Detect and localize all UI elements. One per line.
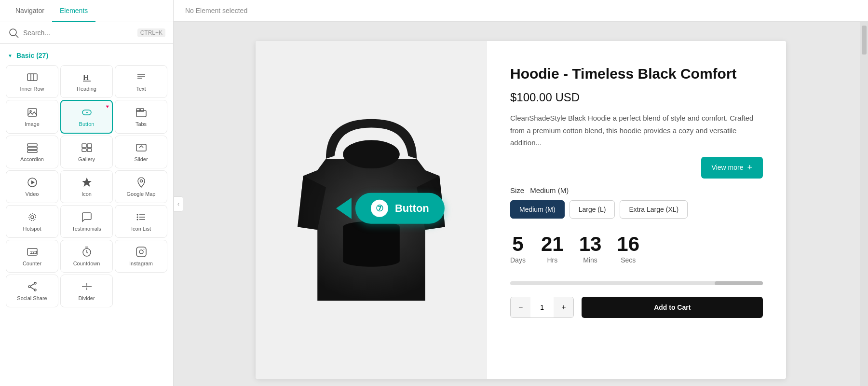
quantity-minus-button[interactable]: −: [511, 297, 530, 317]
size-large-button[interactable]: Large (L): [570, 200, 615, 219]
element-text[interactable]: Text: [115, 65, 167, 98]
quantity-stepper[interactable]: − 1 +: [510, 297, 574, 318]
testimonials-icon: [81, 211, 93, 223]
element-heading[interactable]: H Heading: [60, 65, 113, 98]
element-divider[interactable]: Divider: [60, 275, 113, 307]
element-counter-label: Counter: [23, 261, 41, 266]
svg-line-46: [30, 284, 34, 286]
element-gallery[interactable]: Gallery: [60, 136, 113, 168]
size-section: Size Medium (M) Medium (M) Large (L) Ext…: [510, 186, 763, 219]
quantity-plus-button[interactable]: +: [554, 297, 573, 317]
accordion-icon: [27, 142, 38, 153]
page-preview: ⑦ Button Hoodie - Timeless Black Comfort…: [256, 41, 786, 379]
size-xl-button[interactable]: Extra Large (XL): [620, 200, 688, 219]
svg-point-28: [31, 216, 34, 219]
button-tooltip-badge: ⑦ Button: [355, 193, 445, 224]
element-hotspot[interactable]: Hotspot: [6, 205, 58, 238]
svg-point-45: [34, 289, 36, 291]
product-price: $100.00 USD: [510, 91, 763, 104]
countdown-hrs-label: Hrs: [547, 256, 557, 264]
svg-text:123: 123: [30, 250, 37, 255]
countdown-section: 5 Days 21 Hrs 13 Mins 16: [510, 226, 763, 272]
countdown-days-label: Days: [510, 256, 526, 264]
element-icon[interactable]: Icon: [60, 170, 113, 203]
element-google-map[interactable]: Google Map: [115, 170, 167, 203]
horizontal-scroll-thumb[interactable]: [715, 281, 763, 285]
element-video-label: Video: [26, 191, 39, 197]
product-info-section: Hoodie - Timeless Black Comfort $100.00 …: [487, 41, 786, 379]
divider-icon: [81, 281, 93, 292]
collapse-panel-button[interactable]: ‹: [174, 196, 183, 212]
counter-icon: 123: [27, 246, 38, 258]
icon-list-icon: [136, 211, 147, 223]
size-current: Medium (M): [530, 186, 569, 194]
button-tooltip-overlay: ⑦ Button: [340, 193, 445, 224]
svg-rect-17: [27, 144, 37, 146]
chevron-down-icon: ▼: [8, 53, 13, 58]
countdown-days: 5 Days: [510, 234, 526, 264]
element-tabs[interactable]: Tabs: [115, 100, 167, 134]
element-testimonials-label: Testimonials: [72, 226, 101, 232]
countdown-secs-label: Secs: [621, 256, 636, 264]
element-counter[interactable]: 123 Counter: [6, 240, 58, 273]
element-accordion-label: Accordion: [20, 156, 44, 162]
element-icon-list[interactable]: Icon List: [115, 205, 167, 238]
svg-point-51: [343, 140, 400, 168]
left-panel: Navigator Elements CTRL+K ▼ Basic (27) I…: [0, 0, 174, 386]
svg-point-11: [30, 110, 31, 112]
search-input[interactable]: [23, 29, 134, 37]
vertical-scrollbar[interactable]: [860, 22, 868, 386]
element-icon-list-label: Icon List: [131, 226, 151, 232]
add-to-cart-button[interactable]: Add to Cart: [582, 297, 763, 318]
element-social-share-label: Social Share: [17, 295, 47, 301]
tab-navigator[interactable]: Navigator: [8, 0, 52, 22]
size-medium-button[interactable]: Medium (M): [510, 200, 565, 219]
element-testimonials[interactable]: Testimonials: [60, 205, 113, 238]
countdown-mins-label: Mins: [583, 256, 597, 264]
svg-line-1: [16, 35, 19, 38]
element-accordion[interactable]: Accordion: [6, 136, 58, 168]
svg-rect-20: [82, 144, 86, 148]
canvas-area: ⑦ Button Hoodie - Timeless Black Comfort…: [174, 22, 868, 386]
element-tabs-label: Tabs: [136, 121, 147, 127]
element-button[interactable]: ♥ Button: [60, 100, 113, 134]
element-inner-row-label: Inner Row: [20, 86, 44, 92]
svg-marker-26: [31, 180, 35, 184]
slider-icon: [136, 142, 147, 153]
tab-elements[interactable]: Elements: [52, 0, 95, 22]
element-countdown[interactable]: Countdown: [60, 240, 113, 273]
icon-icon: [81, 177, 93, 188]
svg-point-41: [139, 250, 143, 254]
size-label-row: Size Medium (M): [510, 186, 763, 194]
element-hotspot-label: Hotspot: [23, 226, 41, 232]
svg-rect-19: [27, 151, 37, 152]
horizontal-scrollbar[interactable]: [510, 281, 763, 285]
svg-rect-21: [87, 144, 92, 148]
search-bar: CTRL+K: [0, 22, 173, 44]
svg-rect-16: [140, 109, 144, 111]
svg-point-33: [136, 214, 138, 216]
section-title: Basic (27): [16, 52, 48, 59]
element-slider[interactable]: Slider: [115, 136, 167, 168]
element-image[interactable]: Image: [6, 100, 58, 134]
svg-text:H: H: [83, 73, 89, 82]
svg-rect-2: [27, 74, 37, 81]
search-icon: [8, 27, 19, 39]
element-google-map-label: Google Map: [127, 191, 156, 197]
countdown-secs-number: 16: [617, 234, 639, 254]
plus-icon: +: [747, 163, 752, 173]
element-inner-row[interactable]: Inner Row: [6, 65, 58, 98]
no-element-message: No Element selected: [185, 7, 247, 14]
vertical-scroll-thumb[interactable]: [862, 26, 867, 55]
instagram-icon: [136, 246, 147, 258]
svg-rect-23: [87, 149, 92, 152]
section-header-basic[interactable]: ▼ Basic (27): [4, 48, 169, 63]
element-video[interactable]: Video: [6, 170, 58, 203]
video-icon: [27, 177, 38, 188]
view-more-button[interactable]: View more +: [701, 157, 763, 179]
element-social-share[interactable]: Social Share: [6, 275, 58, 307]
button-icon: [81, 107, 93, 118]
element-instagram[interactable]: Instagram: [115, 240, 167, 273]
product-description: CleanShadeStyle Black Hoodie a perfect b…: [510, 112, 763, 149]
share-icon: [27, 281, 38, 292]
